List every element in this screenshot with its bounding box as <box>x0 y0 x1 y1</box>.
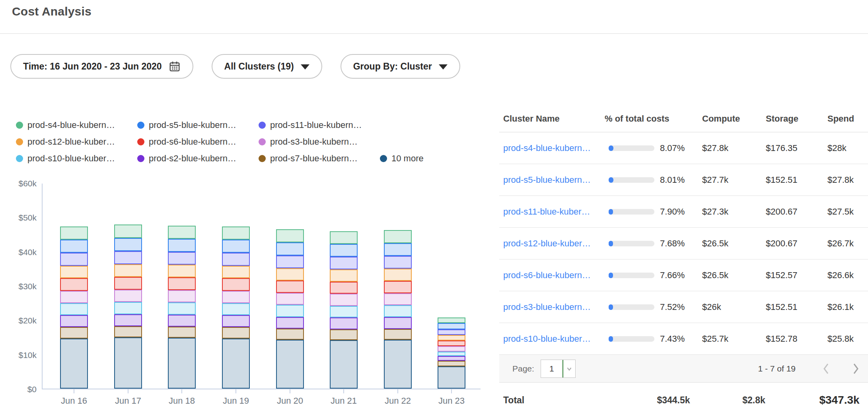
bar-segment-prod-s6-blue-kubern[interactable] <box>330 282 358 294</box>
bar-segment-prod-s5-blue-kubern[interactable] <box>60 240 88 253</box>
bar-segment-prod-s3-blue-kubern[interactable] <box>384 293 412 305</box>
bar-jun-20[interactable] <box>276 229 304 389</box>
bar-segment-prod-s7-blue-kubern[interactable] <box>330 329 358 341</box>
bar-segment-prod-s4-blue-kubern[interactable] <box>168 226 196 239</box>
bar-segment-prod-s4-blue-kubern[interactable] <box>222 226 250 240</box>
legend-item-prod-s2-blue-kubern[interactable]: prod-s2-blue-kubern… <box>137 153 259 164</box>
legend-item-prod-s11-blue-kubern[interactable]: prod-s11-blue-kubern… <box>259 120 380 130</box>
bar-segment-prod-s6-blue-kubern[interactable] <box>384 281 412 293</box>
bar-segment-prod-s5-blue-kubern[interactable] <box>384 243 412 256</box>
bar-segment-prod-s12-blue-kuber[interactable] <box>438 335 465 341</box>
chevron-left-icon[interactable] <box>822 362 830 375</box>
bar-segment-prod-s12-blue-kuber[interactable] <box>114 264 142 277</box>
clusters-filter[interactable]: All Clusters (19) <box>212 54 322 79</box>
bar-segment-prod-s5-blue-kubern[interactable] <box>222 240 250 253</box>
bar-segment-prod-s7-blue-kubern[interactable] <box>438 361 465 366</box>
page-select[interactable]: 1 <box>541 360 576 378</box>
bar-segment-prod-s11-blue-kubern[interactable] <box>60 253 88 265</box>
bar-segment-prod-s2-blue-kubern[interactable] <box>168 315 196 327</box>
bar-segment-prod-s2-blue-kubern[interactable] <box>114 314 142 326</box>
bar-segment-prod-s7-blue-kubern[interactable] <box>384 329 412 340</box>
bar-segment-prod-s10-blue-kuber[interactable] <box>60 303 88 315</box>
bar-segment-prod-s3-blue-kubern[interactable] <box>168 290 196 302</box>
bar-segment-prod-s5-blue-kubern[interactable] <box>168 239 196 252</box>
bar-segment-10-more[interactable] <box>276 340 304 389</box>
bar-segment-prod-s11-blue-kubern[interactable] <box>438 329 465 335</box>
cluster-link-prod-s11-blue-kuber[interactable]: prod-s11-blue-kuber… <box>503 207 590 217</box>
bar-segment-prod-s4-blue-kubern[interactable] <box>60 226 88 240</box>
cluster-link-prod-s10-blue-kuber[interactable]: prod-s10-blue-kuber… <box>503 334 591 344</box>
bar-segment-prod-s10-blue-kuber[interactable] <box>438 352 465 356</box>
bar-segment-prod-s2-blue-kubern[interactable] <box>330 317 358 329</box>
bar-segment-10-more[interactable] <box>222 339 250 389</box>
cluster-link-prod-s3-blue-kubern[interactable]: prod-s3-blue-kubern… <box>503 302 591 312</box>
bar-segment-prod-s10-blue-kuber[interactable] <box>114 302 142 314</box>
bar-segment-prod-s7-blue-kubern[interactable] <box>60 327 88 338</box>
bar-segment-prod-s3-blue-kubern[interactable] <box>222 291 250 303</box>
bar-segment-10-more[interactable] <box>384 340 412 389</box>
legend-item-prod-s4-blue-kubern[interactable]: prod-s4-blue-kubern… <box>16 120 137 130</box>
bar-segment-prod-s6-blue-kubern[interactable] <box>276 281 304 293</box>
bar-segment-10-more[interactable] <box>168 338 196 389</box>
bar-segment-prod-s3-blue-kubern[interactable] <box>114 290 142 302</box>
group-by-filter[interactable]: Group By: Cluster <box>341 54 460 79</box>
bar-segment-prod-s7-blue-kubern[interactable] <box>114 326 142 337</box>
bar-segment-prod-s2-blue-kubern[interactable] <box>384 317 412 329</box>
chevron-right-icon[interactable] <box>852 362 860 375</box>
bar-segment-prod-s5-blue-kubern[interactable] <box>330 244 358 257</box>
bar-segment-10-more[interactable] <box>114 337 142 389</box>
bar-jun-21[interactable] <box>330 231 358 389</box>
bar-segment-prod-s3-blue-kubern[interactable] <box>276 293 304 305</box>
bar-segment-prod-s6-blue-kubern[interactable] <box>60 278 88 291</box>
bar-segment-prod-s11-blue-kubern[interactable] <box>168 252 196 265</box>
cluster-link-prod-s4-blue-kubern[interactable]: prod-s4-blue-kubern… <box>503 143 591 153</box>
bar-segment-prod-s4-blue-kubern[interactable] <box>384 230 412 243</box>
bar-segment-prod-s6-blue-kubern[interactable] <box>168 277 196 290</box>
bar-segment-prod-s10-blue-kuber[interactable] <box>330 306 358 318</box>
bar-segment-prod-s3-blue-kubern[interactable] <box>60 291 88 303</box>
bar-segment-prod-s12-blue-kuber[interactable] <box>384 269 412 281</box>
cluster-link-prod-s12-blue-kuber[interactable]: prod-s12-blue-kuber… <box>503 238 591 248</box>
bar-segment-prod-s12-blue-kuber[interactable] <box>60 266 88 279</box>
bar-segment-prod-s2-blue-kubern[interactable] <box>276 317 304 329</box>
bar-segment-prod-s11-blue-kubern[interactable] <box>222 253 250 265</box>
bar-segment-prod-s10-blue-kuber[interactable] <box>222 303 250 315</box>
legend-item-prod-s3-blue-kubern[interactable]: prod-s3-blue-kubern… <box>259 137 380 147</box>
bar-segment-prod-s3-blue-kubern[interactable] <box>438 346 465 351</box>
bar-jun-16[interactable] <box>60 226 88 389</box>
bar-segment-prod-s2-blue-kubern[interactable] <box>222 315 250 327</box>
bar-segment-prod-s10-blue-kuber[interactable] <box>276 305 304 317</box>
bar-segment-prod-s6-blue-kubern[interactable] <box>222 278 250 291</box>
bar-jun-23[interactable] <box>438 317 465 389</box>
bar-segment-10-more[interactable] <box>60 339 88 389</box>
bar-segment-prod-s4-blue-kubern[interactable] <box>330 231 358 244</box>
bar-segment-10-more[interactable] <box>330 340 358 389</box>
bar-segment-prod-s7-blue-kubern[interactable] <box>276 329 304 340</box>
legend-item-prod-s12-blue-kuber[interactable]: prod-s12-blue-kuber… <box>16 137 137 147</box>
bar-segment-prod-s12-blue-kuber[interactable] <box>168 265 196 277</box>
legend-item-prod-s5-blue-kubern[interactable]: prod-s5-blue-kubern… <box>137 120 259 130</box>
bar-segment-prod-s5-blue-kubern[interactable] <box>114 238 142 251</box>
bar-segment-prod-s3-blue-kubern[interactable] <box>330 294 358 306</box>
bar-jun-19[interactable] <box>222 226 250 389</box>
bar-segment-prod-s4-blue-kubern[interactable] <box>114 224 142 238</box>
bar-segment-prod-s4-blue-kubern[interactable] <box>276 229 304 242</box>
bar-segment-prod-s12-blue-kuber[interactable] <box>222 266 250 279</box>
bar-segment-10-more[interactable] <box>438 366 465 389</box>
legend-item-prod-s7-blue-kubern[interactable]: prod-s7-blue-kubern… <box>259 153 380 164</box>
time-range-filter[interactable]: Time: 16 Jun 2020 - 23 Jun 2020 <box>10 54 193 79</box>
bar-jun-17[interactable] <box>114 224 142 389</box>
bar-segment-prod-s6-blue-kubern[interactable] <box>438 341 465 346</box>
bar-jun-18[interactable] <box>168 226 196 389</box>
cluster-link-prod-s6-blue-kubern[interactable]: prod-s6-blue-kubern… <box>503 270 591 280</box>
bar-segment-prod-s2-blue-kubern[interactable] <box>60 315 88 327</box>
bar-segment-prod-s4-blue-kubern[interactable] <box>438 317 465 323</box>
bar-segment-prod-s10-blue-kuber[interactable] <box>384 305 412 317</box>
bar-segment-prod-s7-blue-kubern[interactable] <box>168 327 196 338</box>
legend-item-prod-s10-blue-kuber[interactable]: prod-s10-blue-kuber… <box>16 153 137 164</box>
bar-segment-prod-s12-blue-kuber[interactable] <box>330 269 358 282</box>
cluster-link-prod-s5-blue-kubern[interactable]: prod-s5-blue-kubern… <box>503 175 591 185</box>
bar-segment-prod-s11-blue-kubern[interactable] <box>384 256 412 269</box>
bar-segment-prod-s6-blue-kubern[interactable] <box>114 277 142 290</box>
bar-segment-prod-s5-blue-kubern[interactable] <box>438 323 465 329</box>
